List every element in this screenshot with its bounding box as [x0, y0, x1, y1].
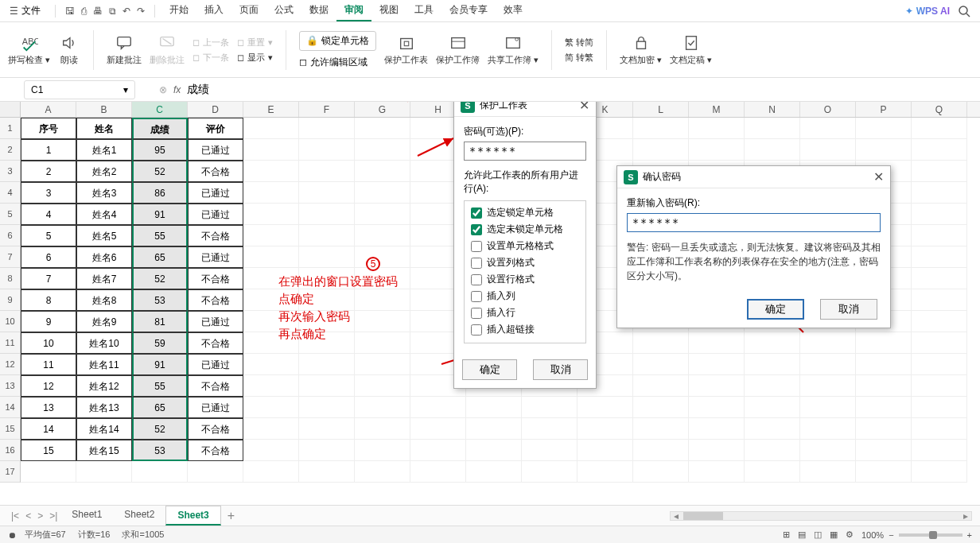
cell[interactable]: 11	[21, 354, 76, 375]
cell[interactable]: 10	[21, 332, 76, 354]
new-comment-button[interactable]: 新建批注	[107, 33, 142, 66]
cell[interactable]	[800, 461, 856, 483]
cell[interactable]: 13	[21, 397, 76, 418]
row-header[interactable]: 10	[0, 311, 21, 332]
menu-tab-工具[interactable]: 工具	[406, 0, 441, 21]
cell[interactable]	[243, 161, 299, 182]
cell[interactable]	[355, 418, 410, 440]
cell[interactable]: 姓名10	[76, 332, 132, 354]
cell[interactable]	[355, 397, 410, 418]
cell[interactable]	[522, 418, 578, 440]
cell[interactable]	[578, 461, 633, 483]
row-header[interactable]: 14	[0, 397, 21, 418]
cell[interactable]	[689, 139, 745, 161]
cell[interactable]: 不合格	[188, 225, 243, 246]
cell[interactable]	[912, 204, 967, 225]
cell[interactable]	[856, 461, 912, 483]
cell[interactable]	[856, 397, 912, 418]
cell[interactable]	[355, 225, 410, 246]
cell[interactable]	[243, 246, 299, 268]
protect-sheet-button[interactable]: 保护工作表	[384, 33, 428, 66]
scroll-thumb[interactable]	[683, 512, 723, 520]
cell[interactable]	[745, 461, 800, 483]
cell[interactable]	[355, 139, 410, 161]
permission-checkbox[interactable]	[471, 274, 482, 285]
cell[interactable]	[410, 440, 466, 461]
cell[interactable]	[800, 139, 856, 161]
row-header[interactable]: 7	[0, 246, 21, 268]
cell[interactable]: 1	[21, 139, 76, 161]
row-header[interactable]: 16	[0, 440, 21, 461]
cell[interactable]	[800, 418, 856, 440]
cell[interactable]	[466, 397, 522, 418]
cell[interactable]: 已通过	[188, 311, 243, 332]
hamburger-icon[interactable]: ☰	[10, 6, 18, 17]
cell[interactable]: 姓名7	[76, 268, 132, 289]
cell[interactable]: 52	[132, 268, 188, 289]
ok-button[interactable]: 确定	[747, 299, 804, 320]
col-header-D[interactable]: D	[188, 102, 243, 117]
cell[interactable]	[578, 418, 633, 440]
cell[interactable]	[299, 375, 355, 397]
cell[interactable]	[633, 397, 689, 418]
row-header[interactable]: 9	[0, 289, 21, 311]
doc-finalize-button[interactable]: 文档定稿 ▾	[670, 33, 712, 66]
col-header-E[interactable]: E	[243, 102, 299, 117]
zoom-in-icon[interactable]: +	[967, 530, 972, 540]
show-comment-button[interactable]: ◻ 显示 ▾	[237, 52, 273, 64]
spell-check-button[interactable]: ABC 拼写检查 ▾	[8, 33, 50, 66]
cell[interactable]	[633, 461, 689, 483]
cell[interactable]	[243, 375, 299, 397]
next-sheet-icon[interactable]: >	[37, 510, 43, 522]
col-header-L[interactable]: L	[633, 102, 689, 117]
cell[interactable]	[21, 461, 76, 483]
spreadsheet-grid[interactable]: ABCDEFGHIJKLMNOPQ 1序号姓名成绩评价21姓名195已通过32姓…	[0, 102, 980, 483]
cell[interactable]	[912, 268, 967, 289]
cell[interactable]	[132, 461, 188, 483]
ok-button[interactable]: 确定	[462, 359, 517, 380]
cell[interactable]	[912, 139, 967, 161]
allow-edit-ranges-button[interactable]: ◻ 允许编辑区域	[299, 56, 368, 69]
print-preview-icon[interactable]: ⎙	[81, 6, 87, 17]
cell[interactable]: 姓名11	[76, 354, 132, 375]
permission-item[interactable]: 设置单元格格式	[468, 238, 582, 254]
permission-checkbox[interactable]	[471, 208, 482, 219]
cell[interactable]	[745, 139, 800, 161]
cell[interactable]: 3	[21, 182, 76, 204]
cell[interactable]: 8	[21, 289, 76, 311]
cell[interactable]: 姓名12	[76, 375, 132, 397]
cell[interactable]: 4	[21, 204, 76, 225]
permission-item[interactable]: 插入超链接	[468, 321, 582, 338]
cell[interactable]: 姓名3	[76, 182, 132, 204]
cell[interactable]	[355, 182, 410, 204]
col-header-Q[interactable]: Q	[912, 102, 967, 117]
cell[interactable]	[299, 161, 355, 182]
cell[interactable]	[912, 397, 967, 418]
to-simplified-button[interactable]: 繁 转简	[565, 37, 593, 48]
cell[interactable]: 53	[132, 289, 188, 311]
cell[interactable]: 姓名1	[76, 139, 132, 161]
cell[interactable]	[355, 118, 410, 139]
cell[interactable]	[912, 354, 967, 375]
cell[interactable]	[410, 418, 466, 440]
permission-checkbox[interactable]	[471, 224, 482, 235]
cell[interactable]	[466, 461, 522, 483]
print-icon[interactable]: 🖶	[93, 6, 103, 17]
cell[interactable]: 14	[21, 418, 76, 440]
cell[interactable]: 65	[132, 246, 188, 268]
row-header[interactable]: 5	[0, 204, 21, 225]
cancel-button[interactable]: 取消	[820, 299, 877, 320]
sheet-tab-Sheet2[interactable]: Sheet2	[113, 506, 165, 526]
cell[interactable]	[689, 418, 745, 440]
cell[interactable]	[466, 440, 522, 461]
sheet-tab-Sheet1[interactable]: Sheet1	[60, 506, 113, 526]
cell[interactable]	[243, 354, 299, 375]
view-split-icon[interactable]: ◫	[814, 529, 822, 540]
permission-checkbox[interactable]	[471, 241, 482, 252]
view-page-icon[interactable]: ▤	[798, 529, 806, 540]
row-header[interactable]: 8	[0, 268, 21, 289]
cell[interactable]: 不合格	[188, 332, 243, 354]
menu-tab-会员专享[interactable]: 会员专享	[441, 0, 496, 21]
undo-icon[interactable]: ↶	[122, 6, 130, 17]
col-header-N[interactable]: N	[745, 102, 800, 117]
